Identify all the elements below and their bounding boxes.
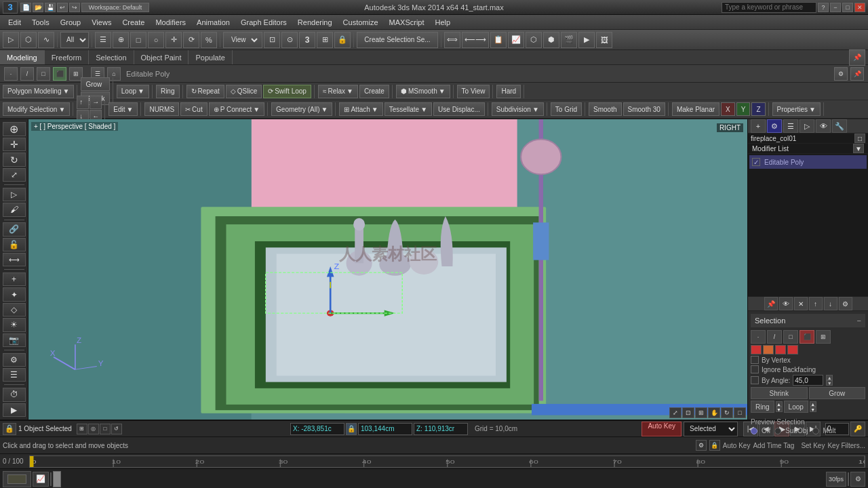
grow-button[interactable]: Grow [809,387,866,399]
ep-pin[interactable]: 📌 [850,67,864,81]
lp-bind-space[interactable]: ⟷ [3,253,26,266]
attach-btn[interactable]: ⊞ Attach ▼ [339,102,382,116]
timeline-slider[interactable]: 0 10 20 30 40 50 60 70 80 90 100 [29,455,865,468]
color-dark-red[interactable] [775,345,786,354]
subobj-vertex[interactable]: · [4,67,18,81]
maxscript-listener-icon[interactable]: ⚙ [696,440,707,451]
select-rectangle[interactable]: □ [130,32,146,48]
material-editor[interactable]: ⬢ [543,32,559,48]
edit-btn[interactable]: Edit ▼ [108,102,138,116]
mod-show-btn[interactable]: 👁 [779,297,793,310]
ring-button[interactable]: Ring [751,401,774,413]
selected-dropdown[interactable]: Selected [684,422,738,436]
rp-hierarchy-tab[interactable]: ☰ [783,119,798,133]
use-displac-btn[interactable]: Use Displac... [433,102,485,116]
create-btn[interactable]: Create [359,85,389,98]
menu-create[interactable]: Create [117,17,150,28]
modifier-list-dropdown[interactable]: ▼ [853,144,864,153]
loop-down-btn[interactable]: ▼ [810,407,816,412]
rp-create-tab[interactable]: + [751,119,766,133]
close-button[interactable]: ✕ [854,3,865,12]
properties-btn[interactable]: Properties ▼ [772,102,821,116]
rp-display-tab[interactable]: 👁 [816,119,831,133]
angle-down-btn[interactable]: ▼ [826,380,833,386]
name-color-swatch[interactable]: □ [854,134,865,143]
sel-vertex-icon[interactable]: · [751,330,766,344]
select-tool[interactable]: ▷ [3,32,19,48]
to-view-btn[interactable]: To View [457,85,490,98]
planar-x-btn[interactable]: X [721,102,735,116]
workspace-dropdown[interactable]: Workspace: Default [81,3,149,12]
vp-orbit[interactable]: ↻ [721,407,733,418]
status-isolate-icon[interactable]: ◎ [88,424,99,434]
menu-animation[interactable]: Animation [191,17,235,28]
menu-help[interactable]: Help [430,17,456,28]
mirror[interactable]: ⟺ [444,32,460,48]
lp-scale[interactable]: ⤢ [3,168,26,182]
select-lasso[interactable]: ∿ [38,32,54,48]
open-btn[interactable]: 📂 [33,3,43,12]
tab-object-paint[interactable]: Object Paint [134,50,189,64]
subobj-edge[interactable]: / [20,67,34,81]
lp-rotate[interactable]: ↻ [3,152,26,166]
auto-key-button[interactable]: Auto Key [642,422,682,436]
select-region[interactable]: ⬡ [20,32,37,48]
select-circle[interactable]: ○ [148,32,164,48]
mod-pin-btn[interactable]: 📌 [764,297,778,310]
preview-off-radio[interactable] [751,428,757,434]
add-time-tag-label[interactable]: Auto Key [723,442,751,449]
grow-btn[interactable]: Grow [81,77,109,91]
rp-modify-tab[interactable]: ⚙ [767,119,782,133]
vp-zoom-all[interactable]: ⤢ [669,407,682,418]
rp-utilities-tab[interactable]: 🔧 [832,119,847,133]
loop-btn[interactable]: Loop ▼ [117,85,149,98]
loop-button[interactable]: Loop [784,401,808,413]
by-vertex-checkbox[interactable] [751,356,759,364]
playback-options-btn[interactable]: ⚙ [850,472,865,487]
vp-maximize[interactable]: □ [734,407,746,418]
lp-play-anim[interactable]: ▶ [3,403,26,417]
set-key-label[interactable]: Set Key [801,442,825,449]
select-by-name[interactable]: ☰ [95,32,111,48]
tab-modeling[interactable]: Modeling [0,50,45,64]
selection-collapse-icon[interactable]: − [857,317,861,325]
select-move[interactable]: ⊕ [113,32,129,48]
planar-y-btn[interactable]: Y [736,102,751,116]
snap-toggle[interactable]: ✛ [165,32,182,48]
color-orange[interactable] [763,345,774,354]
mod-move-up-btn[interactable]: ↑ [809,297,823,310]
lp-hierarchy[interactable]: ☰ [3,368,26,382]
add-time-tag-btn[interactable]: Add Time Tag [753,442,794,449]
status-lock-icon[interactable]: 🔒 [3,423,16,435]
frame-rate-btn[interactable]: 30fps [826,472,846,487]
minimize-button[interactable]: − [830,3,841,12]
rp-motion-tab[interactable]: ▷ [800,119,814,133]
menu-views[interactable]: Views [86,17,117,28]
maximize-button[interactable]: □ [842,3,853,12]
menu-edit[interactable]: Edit [3,17,26,28]
filter-dropdown[interactable]: All [60,32,89,48]
relax-btn[interactable]: ≈ Relax ▼ [318,85,358,98]
coord-lock-btn[interactable]: 🔒 [346,423,357,435]
quick-render[interactable]: ▶ [578,32,595,48]
mini-curve-editor[interactable]: 📈 [33,472,49,487]
coord-system[interactable]: ⊡ [264,32,280,48]
color-red-2[interactable] [787,345,798,354]
lp-select[interactable]: ▷ [3,188,26,201]
sel-poly-icon[interactable]: ⬛ [800,330,814,344]
status-ref-icon[interactable]: ↺ [111,424,122,434]
nurms-btn[interactable]: NURMS [144,102,179,116]
smooth-btn[interactable]: Smooth [589,102,621,116]
menu-customize[interactable]: Customize [338,17,384,28]
sel-border-icon[interactable]: □ [783,330,798,344]
status-snap-icon[interactable]: ⊞ [77,424,87,434]
lp-paint-sel[interactable]: 🖌 [3,203,26,216]
view-select[interactable]: View [226,32,260,48]
tessellate-btn[interactable]: Tessellate ▼ [384,102,432,116]
by-angle-checkbox[interactable] [751,376,759,384]
save-btn[interactable]: 💾 [45,3,56,12]
smooth30-btn[interactable]: Smooth 30 [623,102,665,116]
help-btn[interactable]: ? [818,3,829,12]
mod-options-btn[interactable]: ⚙ [839,297,852,310]
p-connect-btn[interactable]: ⊕ P Connect ▼ [209,102,264,116]
